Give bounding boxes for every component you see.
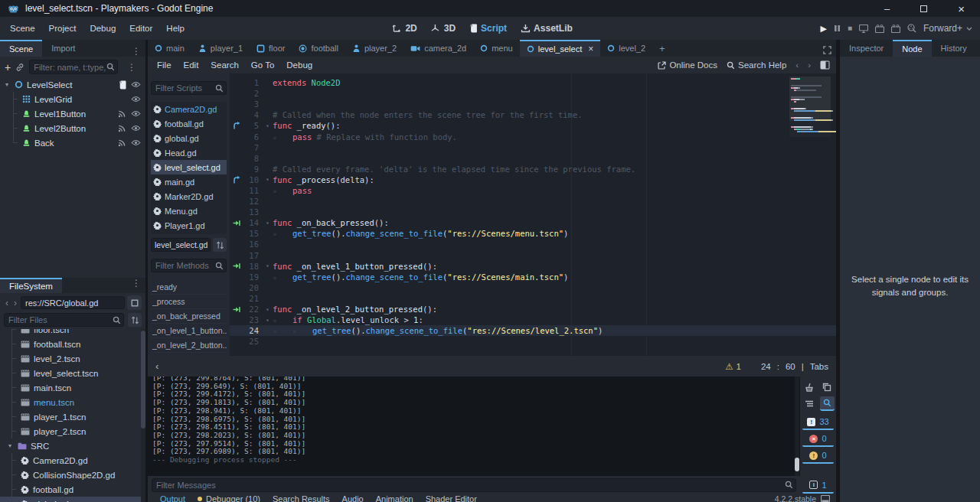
file-sort-button[interactable] (128, 313, 142, 327)
code-line[interactable]: 9# Called every frame. 'delta' is the el… (230, 164, 836, 174)
play-button[interactable]: ▶ (820, 24, 826, 33)
method-item[interactable]: _on_level_2_button... (151, 338, 227, 353)
tab-import[interactable]: Import (42, 40, 84, 57)
script-menu-search[interactable]: Search (204, 60, 244, 70)
file-row[interactable]: CollisionShape2D.gd (0, 468, 145, 482)
code-line[interactable]: 24»»get_tree().change_scene_to_file("res… (230, 325, 836, 336)
output-console[interactable]: [P: (273, 299.8764), S: (801, 401)][P: (… (148, 376, 800, 476)
movie-maker-button[interactable] (875, 24, 884, 33)
copy-output-button[interactable] (820, 380, 835, 394)
code-line[interactable]: 11»pass (230, 185, 836, 196)
script-menu-file[interactable]: File (151, 60, 178, 70)
scene-tab[interactable]: main (148, 40, 191, 57)
counter-errors[interactable]: ×0 (802, 432, 834, 447)
tab-node[interactable]: Node (893, 40, 931, 57)
code-line[interactable]: 16 (230, 239, 836, 249)
method-item[interactable]: _on_back_pressed (151, 309, 227, 324)
console-scrollbar[interactable] (795, 376, 799, 476)
maximize-button[interactable] (920, 3, 927, 15)
pause-button[interactable] (834, 24, 841, 32)
eye-icon[interactable] (131, 81, 141, 88)
code-line[interactable]: 22▾func _on_level_2_button_pressed(): (230, 304, 836, 315)
code-line[interactable]: 21 (230, 293, 836, 304)
code-line[interactable]: 14▾func _on_back_pressed(): (230, 217, 836, 228)
close-tab-icon[interactable]: × (588, 44, 593, 54)
scene-tab[interactable]: player_1 (191, 40, 250, 57)
script-menu-go-to[interactable]: Go To (245, 60, 280, 70)
counter-editor[interactable]: i1 (802, 478, 834, 494)
scripts-panel-toggle-icon[interactable] (820, 60, 830, 70)
right-dock-menu-icon[interactable]: ⋮ (976, 46, 980, 57)
filesystem-scrollbar[interactable] (141, 329, 145, 502)
tab-inspector[interactable]: Inspector (840, 40, 893, 57)
clear-output-button[interactable] (802, 380, 817, 394)
code-line[interactable]: 5▾func _ready(): (230, 120, 836, 131)
scene-tab[interactable]: floor (250, 40, 292, 57)
menu-scene[interactable]: Scene (5, 21, 41, 36)
file-row[interactable]: level_select.tscn (0, 366, 145, 380)
code-line[interactable]: 12 (230, 196, 836, 207)
code-line[interactable]: 23▾»if Global.level_unlock > 1: (230, 315, 836, 325)
stop-button[interactable]: ■ (848, 24, 852, 32)
code-line[interactable]: 17 (230, 250, 836, 261)
script-item[interactable]: Player1.gd (151, 218, 227, 233)
scene-tab[interactable]: player_2 (345, 40, 403, 57)
method-item[interactable]: _on_level_1_button... (151, 324, 227, 338)
script-item[interactable]: main.gd (151, 174, 227, 189)
minimize-button[interactable]: – (884, 3, 890, 15)
script-item[interactable]: Head.gd (151, 145, 227, 160)
close-button[interactable]: × (958, 2, 965, 15)
method-item[interactable]: _ready (151, 280, 227, 295)
script-icon[interactable] (119, 80, 126, 90)
scene-tab[interactable]: camera_2d (403, 40, 473, 57)
nav-back-icon[interactable]: ‹ (4, 298, 10, 308)
file-row[interactable]: floor.tscn (0, 329, 145, 337)
code-line[interactable]: 7 (230, 142, 836, 153)
script-item[interactable]: Marker2D.gd (151, 189, 227, 204)
left-dock-menu-icon[interactable]: ⋮ (127, 46, 145, 57)
workspace-2d[interactable]: 2D (387, 21, 421, 36)
filesystem-tab[interactable]: FileSystem (0, 278, 62, 293)
file-row[interactable]: menu.tscn (0, 395, 145, 409)
script-item[interactable]: football.gd (151, 116, 227, 131)
filesystem-path-input[interactable] (21, 296, 125, 309)
bottom-tab-audio[interactable]: Audio (336, 494, 370, 502)
code-editor[interactable]: 1extends Node2D234# Called when the node… (230, 73, 836, 356)
eye-icon[interactable] (131, 110, 141, 117)
code-line[interactable]: 18▾func _on_level_1_button_pressed(): (230, 261, 836, 272)
console-search-button[interactable] (820, 396, 835, 411)
new-scene-tab-button[interactable]: + (652, 40, 672, 57)
counter-warnings[interactable]: !0 (802, 448, 834, 464)
script-menu-edit[interactable]: Edit (178, 60, 205, 70)
bottom-tab-search-results[interactable]: Search Results (266, 494, 336, 502)
tab-scene[interactable]: Scene (0, 40, 42, 57)
file-filter-input[interactable] (4, 313, 124, 327)
eye-icon[interactable] (131, 139, 141, 146)
menu-project[interactable]: Project (44, 21, 82, 36)
menu-editor[interactable]: Editor (124, 21, 158, 36)
nav-forward-icon[interactable]: › (12, 298, 18, 308)
sidebar-collapse-icon[interactable]: ‹ (155, 360, 158, 372)
eye-icon[interactable] (131, 125, 141, 132)
signal-icon[interactable] (118, 139, 126, 147)
method-item[interactable]: _process (151, 295, 227, 309)
file-row[interactable]: main.tscn (0, 380, 145, 395)
menu-help[interactable]: Help (161, 21, 190, 36)
tree-row[interactable]: Level2Button (0, 121, 145, 135)
scene-dock-menu-icon[interactable]: ⋮ (122, 62, 141, 73)
warning-count[interactable]: ⚠ 1 (725, 361, 741, 372)
script-item[interactable]: Camera2D.gd (151, 102, 227, 116)
collapse-duplicates-button[interactable] (802, 396, 817, 411)
file-row[interactable]: Camera2D.gd (0, 453, 145, 468)
collapse-caret-icon[interactable]: ▾ (6, 442, 14, 449)
history-back-icon[interactable]: ‹ (795, 60, 799, 70)
online-docs-button[interactable]: Online Docs (658, 60, 717, 70)
script-item[interactable]: global.gd (151, 131, 227, 145)
scene-tab[interactable]: football (292, 40, 345, 57)
workspace-3d[interactable]: 3D (426, 21, 460, 36)
workspace-assetlib[interactable]: AssetLib (516, 21, 577, 36)
filesystem-menu-icon[interactable]: ⋮ (127, 278, 145, 293)
search-help-button[interactable]: Search Help (727, 60, 786, 70)
code-line[interactable]: 13 (230, 207, 836, 217)
code-line[interactable]: 3 (230, 99, 836, 109)
